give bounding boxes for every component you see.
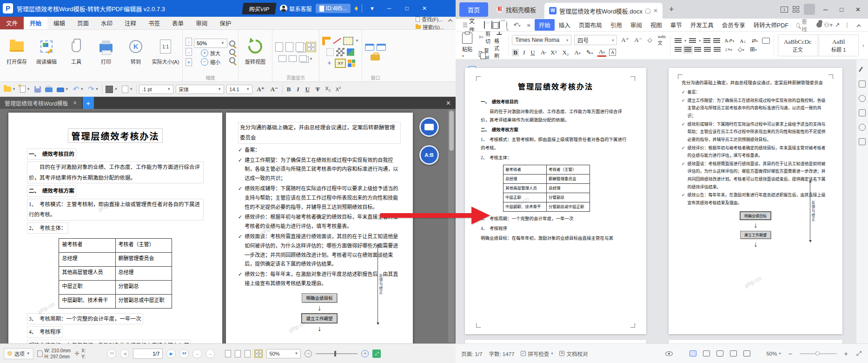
wps-page-1[interactable]: 管理层绩效考核办法 一、 绩效考核目的 目的在于对激励对象的业绩、工作态度、工作… [465, 68, 646, 334]
cloud-sync-icon[interactable] [816, 22, 822, 27]
spellcheck-toggle[interactable]: ✓拼写检查▾ [521, 350, 553, 357]
goto-button[interactable]: K转到 [122, 32, 150, 72]
sidebar-layers-icon[interactable] [859, 138, 866, 145]
shading-icon[interactable]: ◇▾ [736, 46, 746, 53]
collapse-toolbar-icon[interactable] [856, 24, 861, 28]
save-button[interactable] [33, 85, 42, 94]
distribute-icon[interactable] [714, 47, 721, 52]
sidebar-comment-icon[interactable] [859, 81, 866, 87]
wps-font-size-select[interactable]: 四号▾ [574, 35, 617, 45]
font-size-select[interactable]: 14.1▼ [226, 85, 252, 94]
ink-view-icon[interactable] [743, 350, 750, 356]
zoom-out-button[interactable]: −缩小 [201, 58, 220, 66]
wps-new-tab-button[interactable]: + [666, 5, 677, 14]
pdf-menu-item[interactable]: 文件 [0, 17, 24, 29]
word-count-status[interactable]: 字数: 1477 [489, 350, 514, 357]
pdf-menu-item[interactable]: 保护 [213, 17, 237, 29]
table-icon[interactable] [762, 38, 770, 44]
vip-diamond-icon[interactable]: ♦ [354, 4, 358, 13]
buy-vip-button[interactable]: 购买VIP [242, 3, 277, 14]
measure-icon[interactable] [333, 37, 341, 45]
numbered-list-icon[interactable] [689, 38, 696, 43]
read-edit-button[interactable]: 阅读编辑 [33, 32, 60, 72]
wps-bold-button[interactable]: B [512, 49, 519, 56]
pdf-doc-tab[interactable]: 管理层绩效考核Word模板 ✕ [0, 97, 82, 109]
cut-button[interactable]: ✄剪切 [479, 32, 490, 45]
wps-menu-item[interactable]: 转转大师PDF [749, 19, 793, 31]
wps-document-tab[interactable]: W 管理层绩效考核Word模板.docx ✕ [544, 3, 663, 19]
first-page-button[interactable]: ⏴⏴ [107, 349, 116, 358]
page-display-caret-icon[interactable]: ▼ [309, 57, 313, 61]
highlight-color-icon[interactable]: ✎▾ [585, 49, 595, 56]
actual-size-button[interactable]: 1:1实际大小(A) [152, 32, 179, 72]
decrease-indent-icon[interactable] [703, 38, 710, 43]
workspace-layout-icon[interactable]: 1 [781, 7, 788, 13]
doc-tab-close-icon[interactable]: ✕ [73, 100, 77, 106]
single-page-icon[interactable] [275, 42, 283, 52]
status-zoom-in-icon[interactable]: + [361, 350, 369, 357]
page-curl-icon[interactable] [347, 48, 354, 56]
wps-save-button[interactable] [482, 21, 487, 28]
wps-doc-tab-close-icon[interactable]: ✕ [653, 7, 658, 14]
wps-superscript-button[interactable]: X² [549, 49, 558, 56]
find-button[interactable]: 查找(F)... [416, 15, 444, 23]
pdf-close-button[interactable]: ✕ [417, 3, 431, 13]
scrollbar-thumb[interactable] [449, 111, 454, 151]
font-color-icon[interactable]: A▾ [597, 48, 606, 57]
last-page-button[interactable]: ⏵⏵ [179, 349, 189, 358]
fit-width-icon[interactable] [186, 48, 192, 56]
wps-strike-button[interactable]: A̶ [539, 49, 546, 56]
stroke-width-select[interactable]: .1 pt▼ [139, 85, 173, 94]
clear-format-icon[interactable]: ◇ [646, 36, 654, 44]
pdf-menu-item[interactable]: 页面 [71, 17, 95, 29]
web-view-icon[interactable] [716, 350, 723, 356]
wps-shrink-font-button[interactable]: A⁻ [633, 36, 643, 44]
status-single-page-icon[interactable] [225, 350, 231, 357]
grow-font-button[interactable]: A⁺ [255, 86, 266, 93]
wps-zoom-slider[interactable] [800, 353, 837, 354]
sidebar-bookmark-icon[interactable] [859, 109, 866, 116]
wps-zoom-level[interactable]: 50%▾ [766, 351, 781, 356]
rotate-view-button[interactable]: 旋转视图 [241, 32, 269, 72]
pinyin-guide-icon[interactable]: wén文 [656, 34, 667, 46]
wps-maximize-button[interactable]: □ [836, 5, 847, 14]
wps-italic-button[interactable]: I [522, 49, 526, 56]
wps-minimize-button[interactable]: ─ [820, 5, 831, 14]
zoom-level-select[interactable]: 50%▼ [194, 39, 227, 48]
format-painter-button[interactable]: 格式刷 [494, 37, 504, 59]
pdf-maximize-button[interactable]: □ [400, 3, 414, 13]
next-page-button[interactable]: ▶ [166, 349, 176, 358]
pdf-menu-item[interactable]: 书签 [142, 17, 166, 29]
text-direction-icon[interactable]: A⇗▾ [723, 38, 735, 44]
wps-underline-button[interactable]: U [529, 49, 536, 56]
wps-grow-font-button[interactable]: A⁺ [620, 36, 630, 44]
outline-view-icon[interactable] [703, 350, 710, 356]
add-doc-tab-button[interactable]: + [83, 97, 94, 109]
pdf-menu-item[interactable]: 水印 [95, 17, 119, 29]
style-card[interactable]: AaBl 标题 1 [819, 34, 859, 56]
fit-visible-icon[interactable] [186, 58, 192, 66]
wps-file-menu[interactable]: 文件 [460, 16, 480, 34]
transparency-icon[interactable] [336, 48, 345, 56]
titlebar-dropdown-icon[interactable]: ▼ [366, 6, 378, 11]
zoom-slider-knob[interactable] [334, 351, 336, 356]
wps-docer-tab[interactable]: 稻找稻壳模板 [492, 2, 541, 17]
cascade-window-icon[interactable] [365, 44, 374, 51]
fill-color-button[interactable]: ▼ [105, 85, 119, 94]
undo-button[interactable]: ↶▼ [72, 85, 85, 94]
toolbox-icon[interactable] [371, 54, 380, 60]
wps-menu-item[interactable]: 审阅 [626, 19, 646, 31]
wps-menu-item[interactable]: 插入 [555, 19, 575, 31]
crosshair-icon[interactable]: + [325, 60, 333, 67]
selection-icon[interactable] [326, 48, 334, 56]
grid-caret-icon[interactable]: ▼ [355, 39, 359, 43]
font-family-select[interactable]: 宋体▼ [176, 85, 224, 94]
wps-menu-item[interactable]: 引用 [606, 19, 626, 31]
split-view-icon[interactable] [278, 55, 286, 62]
invite-user-icon[interactable]: ⚇+ [824, 21, 833, 28]
grid-icon[interactable] [344, 37, 353, 45]
contact-support-button[interactable]: 联系客服 [280, 5, 312, 13]
user-id-badge[interactable]: ID:485... [316, 4, 351, 13]
quick-print-button[interactable] [44, 85, 53, 93]
zoom-in-button[interactable]: +放大 [201, 49, 220, 57]
